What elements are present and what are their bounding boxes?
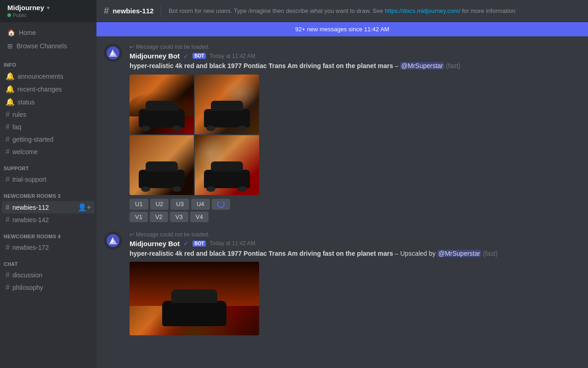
chevron-down-icon: ▾ [47, 5, 50, 11]
sidebar-item-home[interactable]: 🏠 Home [4, 26, 93, 39]
u1-button[interactable]: U1 [130, 199, 148, 210]
refresh-button[interactable] [212, 199, 230, 210]
server-badge: Public [7, 12, 50, 18]
image-grid [130, 75, 259, 195]
verified-icon-2: ✓ [183, 240, 189, 247]
image-cell-1[interactable] [130, 75, 194, 134]
reply-text-2: Message could not be loaded. [136, 231, 209, 238]
section-newcomer4-label: NEWCOMER ROOMS 4 [0, 226, 96, 241]
channel-name: newbies-112 [12, 204, 75, 211]
channel-item-getting-started[interactable]: # getting-started [2, 133, 95, 145]
message-text-2: hyper-realistic 4k red and black 1977 Po… [130, 249, 581, 259]
channel-item-trial-support[interactable]: # trial-support [2, 173, 95, 185]
channel-name: recent-changes [17, 86, 91, 93]
reply-indicator-2: ↩ Message could not be loaded. [130, 231, 581, 238]
channel-item-status[interactable]: 🔔 status [2, 96, 95, 108]
hash-icon: # [6, 110, 10, 119]
channel-item-welcome[interactable]: # welcome [2, 146, 95, 158]
hash-icon: # [6, 123, 10, 131]
channel-item-newbies-172[interactable]: # newbies-172 [2, 242, 95, 253]
section-info-label: INFO [0, 55, 96, 69]
public-dot [7, 13, 11, 17]
avatar [104, 44, 122, 62]
channel-item-newbies-112[interactable]: # newbies-112 👤+ [2, 201, 95, 213]
header-divider [161, 6, 161, 17]
refresh-icon [217, 201, 225, 208]
hash-icon: # [6, 203, 10, 212]
v2-button[interactable]: V2 [150, 212, 168, 222]
message-content: ↩ Message could not be loaded. Midjourne… [130, 44, 581, 222]
sidebar: Midjourney ▾ Public 🏠 Home ⊞ Browse Chan… [0, 0, 96, 368]
home-label: Home [19, 29, 36, 36]
image-cell-2[interactable] [195, 75, 259, 134]
bot-avatar-icon-2 [107, 234, 119, 247]
username-2: Midjourney Bot [130, 240, 180, 247]
bot-badge: BOT [192, 53, 206, 59]
single-image[interactable] [130, 262, 259, 335]
channel-item-discussion[interactable]: # discussion [2, 269, 95, 281]
topic-text: Bot room for new users. Type /imagine th… [169, 7, 383, 14]
add-member-icon[interactable]: 👤+ [78, 203, 91, 212]
channel-item-rules[interactable]: # rules [2, 109, 95, 121]
browse-icon: ⊞ [7, 42, 13, 50]
server-header[interactable]: Midjourney ▾ Public [0, 0, 96, 22]
topic-link[interactable]: https://docs.midjourney.com/ [385, 7, 462, 14]
channel-name: discussion [12, 271, 91, 279]
u2-button[interactable]: U2 [150, 199, 169, 210]
topic-suffix: for more information [462, 7, 515, 14]
hash-icon: # [6, 243, 10, 252]
channel-item-newbies-142[interactable]: # newbies-142 [2, 214, 95, 226]
messages-area: ↩ Message could not be loaded. Midjourne… [96, 36, 588, 368]
reply-curve-icon: ↩ [130, 44, 134, 50]
server-name: Midjourney [7, 4, 44, 12]
channel-name: rules [12, 111, 91, 118]
channel-hash-icon: # [104, 6, 109, 16]
section-chat-label: CHAT [0, 254, 96, 269]
v4-button[interactable]: V4 [190, 212, 209, 222]
v1-button[interactable]: V1 [130, 212, 148, 222]
message-group-2: ↩ Message could not be loaded. Midjourne… [104, 231, 581, 339]
channel-name: getting-started [12, 136, 91, 143]
browse-channels-label: Browse Channels [17, 42, 67, 50]
announcement-icon: 🔔 [6, 72, 15, 80]
image-cell-4[interactable] [195, 135, 259, 195]
channel-name: faq [12, 123, 91, 131]
avatar-2 [104, 231, 122, 250]
channel-item-announcements[interactable]: 🔔 announcements [2, 70, 95, 82]
variation-buttons: V1 V2 V3 V4 [130, 212, 581, 222]
image-cell-3[interactable] [130, 135, 194, 195]
channel-item-philosophy[interactable]: # philosophy [2, 282, 95, 293]
reply-indicator: ↩ Message could not be loaded. [130, 44, 581, 50]
hash-icon: # [6, 283, 10, 292]
speed-tag-2: (fast) [483, 250, 498, 257]
u4-button[interactable]: U4 [191, 199, 210, 210]
u3-button[interactable]: U3 [170, 199, 189, 210]
channel-topic: Bot room for new users. Type /imagine th… [169, 7, 581, 14]
message-header-2: Midjourney Bot ✓ BOT Today at 11:42 AM [130, 240, 581, 247]
channel-item-recent-changes[interactable]: 🔔 recent-changes [2, 83, 95, 95]
announcement-icon3: 🔔 [6, 98, 15, 106]
timestamp-2: Today at 11:42 AM [209, 240, 255, 247]
message-content-2: ↩ Message could not be loaded. Midjourne… [130, 231, 581, 339]
message-header: Midjourney Bot ✓ BOT Today at 11:42 AM [130, 52, 581, 60]
username: Midjourney Bot [130, 52, 180, 60]
hash-icon: # [6, 175, 10, 184]
sidebar-scroll: 🏠 Home ⊞ Browse Channels INFO 🔔 announce… [0, 22, 96, 368]
channel-item-faq[interactable]: # faq [2, 121, 95, 133]
timestamp: Today at 11:42 AM [209, 53, 255, 59]
message-group: ↩ Message could not be loaded. Midjourne… [104, 44, 581, 222]
channel-name: newbies-142 [12, 216, 91, 224]
channel-name: philosophy [12, 284, 91, 291]
mention-2: @MrSuperstar [437, 250, 481, 257]
reply-text: Message could not be loaded. [136, 44, 209, 50]
speed-tag: (fast) [446, 62, 460, 69]
channel-header: # newbies-112 Bot room for new users. Ty… [96, 0, 588, 22]
main-content: # newbies-112 Bot room for new users. Ty… [96, 0, 588, 368]
sidebar-item-browse-channels[interactable]: ⊞ Browse Channels [4, 40, 93, 52]
upscale-buttons: U1 U2 U3 U4 [130, 199, 581, 210]
home-icon: 🏠 [7, 29, 15, 36]
server-badge-label: Public [13, 12, 27, 18]
v3-button[interactable]: V3 [170, 212, 188, 222]
announcement-icon2: 🔔 [6, 85, 15, 93]
section-newcomer3-label: NEWCOMER ROOMS 3 [0, 186, 96, 201]
